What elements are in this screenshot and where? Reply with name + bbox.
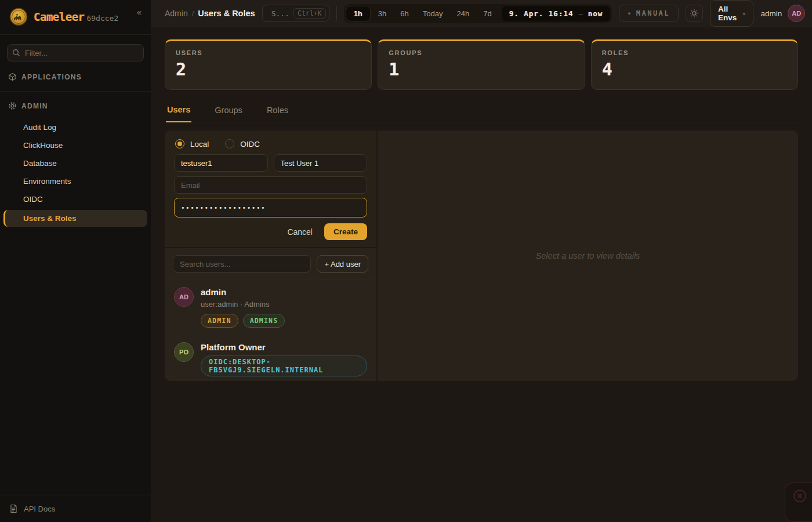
user-list-column: Local OIDC Cancel Create — [165, 130, 376, 381]
stat-cards: USERS 2 GROUPS 1 ROLES 4 — [165, 39, 798, 90]
sidebar-section-applications[interactable]: APPLICATIONS — [0, 68, 151, 85]
search-shortcut-kbd: Ctrl+K — [293, 8, 326, 19]
stat-card-groups: GROUPS 1 — [378, 39, 585, 90]
header-divider — [336, 6, 337, 20]
avatar: PO — [174, 342, 194, 362]
time-range-today[interactable]: Today — [416, 6, 449, 21]
stat-label: USERS — [176, 49, 361, 56]
time-range-display[interactable]: 9. Apr. 16:14 – now — [502, 6, 611, 21]
manual-label: MANUAL — [636, 9, 670, 17]
role-badge-admin: ADMIN — [201, 314, 238, 328]
sidebar-item-oidc[interactable]: OIDC — [0, 191, 151, 208]
tab-roles[interactable]: Roles — [266, 102, 289, 122]
section-label: APPLICATIONS — [21, 73, 82, 81]
app-name: Cameleer — [34, 10, 85, 23]
oidc-provider-badge: OIDC:DESKTOP-FB5VGJ9.SIEGELN.INTERNAL — [201, 356, 367, 376]
user-row-platform-owner[interactable]: PO Platform Owner OIDC:DESKTOP-FB5VGJ9.S… — [165, 335, 376, 381]
badge-row: ADMIN ADMINS — [201, 314, 285, 328]
api-docs-link[interactable]: API Docs — [0, 495, 151, 522]
stat-value: 1 — [389, 59, 574, 79]
close-circle-icon[interactable] — [793, 489, 807, 503]
sidebar-item-environments[interactable]: Environments — [0, 173, 151, 190]
time-range-3h[interactable]: 3h — [372, 6, 393, 21]
display-name-field[interactable] — [274, 154, 368, 172]
sidebar-section-admin[interactable]: ADMIN — [0, 97, 151, 114]
user-details-panel: Select a user to view details — [378, 130, 798, 381]
breadcrumb-separator: / — [192, 9, 194, 18]
time-range-7d[interactable]: 7d — [477, 6, 498, 21]
breadcrumb-page: Users & Roles — [198, 9, 255, 18]
cancel-button[interactable]: Cancel — [282, 224, 317, 240]
cube-icon — [8, 72, 17, 81]
time-range-24h[interactable]: 24h — [450, 6, 476, 21]
top-bar: Admin / Users & Roles S... Ctrl+K 1h 3h … — [151, 0, 812, 27]
user-type-radios: Local OIDC — [174, 138, 367, 148]
status-dot-icon: ● — [628, 11, 630, 16]
filter-input[interactable] — [7, 44, 144, 61]
sidebar-header: Cameleer 69dcce2 « — [0, 0, 151, 35]
sidebar-item-audit-log[interactable]: Audit Log — [0, 119, 151, 136]
email-field[interactable] — [174, 176, 367, 194]
radio-unselected-icon — [225, 139, 234, 148]
create-button[interactable]: Create — [324, 223, 367, 240]
env-select[interactable]: All Envs ▾ — [710, 0, 753, 27]
stat-card-roles: ROLES 4 — [591, 39, 798, 90]
add-user-button[interactable]: + Add user — [317, 255, 368, 273]
user-meta: user:admin · Admins — [201, 300, 285, 309]
stat-value: 4 — [602, 59, 787, 79]
radio-local[interactable]: Local — [175, 139, 209, 148]
global-search[interactable]: S... Ctrl+K — [262, 5, 329, 22]
time-range-6h[interactable]: 6h — [394, 6, 415, 21]
breadcrumb: Admin / Users & Roles — [165, 9, 255, 18]
user-row-body: Platform Owner OIDC:DESKTOP-FB5VGJ9.SIEG… — [201, 342, 367, 381]
sidebar-filter — [7, 44, 144, 61]
header-username: admin — [760, 9, 782, 18]
empty-state-message: Select a user to view details — [536, 251, 640, 260]
sidebar-item-users-roles[interactable]: Users & Roles — [3, 210, 147, 227]
search-icon — [12, 49, 20, 57]
gear-icon — [8, 102, 17, 110]
global-search-placeholder: S... — [271, 9, 289, 18]
search-users-input[interactable] — [173, 255, 311, 273]
breadcrumb-section[interactable]: Admin — [165, 9, 188, 18]
app-title: Cameleer 69dcce2 — [34, 10, 118, 23]
sidebar-collapse-icon[interactable]: « — [133, 6, 145, 18]
user-menu[interactable]: admin AD — [760, 5, 805, 22]
avatar: AD — [174, 287, 194, 307]
sidebar-item-database[interactable]: Database — [0, 155, 151, 172]
sidebar-item-clickhouse[interactable]: ClickHouse — [0, 137, 151, 154]
env-select-value: All Envs — [718, 5, 737, 22]
radio-selected-icon — [175, 139, 184, 148]
tab-users[interactable]: Users — [166, 102, 191, 122]
time-range-1h[interactable]: 1h — [346, 6, 371, 21]
user-row-admin[interactable]: AD admin user:admin · Admins ADMIN ADMIN… — [165, 280, 376, 335]
stat-label: ROLES — [602, 49, 787, 56]
chevron-down-icon: ▾ — [742, 10, 745, 17]
radio-oidc[interactable]: OIDC — [225, 139, 260, 148]
stat-value: 2 — [176, 59, 361, 79]
radio-label: Local — [190, 140, 209, 148]
theme-toggle-button[interactable] — [686, 5, 703, 22]
name-fields-row — [174, 154, 367, 172]
password-field[interactable] — [174, 198, 367, 217]
username-field[interactable] — [174, 154, 268, 172]
sidebar-divider — [0, 91, 151, 92]
user-row-body: admin user:admin · Admins ADMIN ADMINS — [201, 287, 285, 328]
time-from: 9. Apr. 16:14 — [509, 9, 574, 18]
group-badge-admins: ADMINS — [243, 314, 285, 328]
collapsed-drawer[interactable] — [785, 483, 812, 522]
tab-bar: Users Groups Roles — [165, 102, 798, 122]
user-name: Platform Owner — [201, 342, 367, 352]
cameleer-logo-icon — [9, 8, 28, 26]
avatar[interactable]: AD — [788, 5, 805, 22]
admin-nav: Audit Log ClickHouse Database Environmen… — [0, 118, 151, 227]
tab-groups[interactable]: Groups — [213, 102, 244, 122]
users-panel: Local OIDC Cancel Create — [165, 130, 798, 381]
manual-refresh-button[interactable]: ● MANUAL — [619, 5, 679, 22]
create-user-form: Local OIDC Cancel Create — [165, 130, 376, 248]
form-actions: Cancel Create — [174, 223, 367, 240]
user-list-toolbar: + Add user — [165, 248, 376, 280]
document-icon — [9, 504, 18, 513]
build-id: 69dcce2 — [86, 14, 118, 23]
time-range-group: 1h 3h 6h Today 24h 7d 9. Apr. 16:14 – no… — [344, 4, 612, 23]
